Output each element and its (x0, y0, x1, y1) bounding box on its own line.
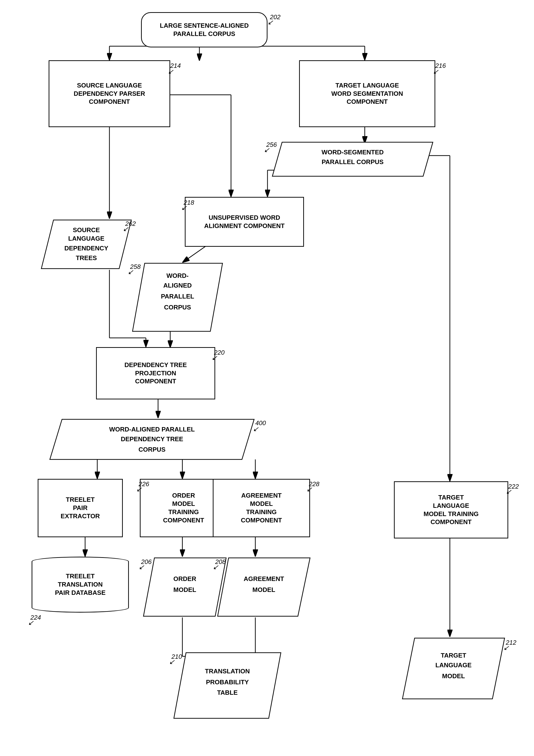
order-model-training-label: ORDER MODEL TRAINING COMPONENT (163, 492, 204, 524)
source-parser-box: SOURCE LANGUAGE DEPENDENCY PARSER COMPON… (49, 60, 170, 127)
svg-text:PROBABILITY: PROBABILITY (206, 678, 249, 686)
source-dep-trees-svg: SOURCE LANGUAGE DEPENDENCY TREES (40, 219, 132, 270)
svg-text:AGREEMENT: AGREEMENT (244, 575, 284, 582)
svg-text:SOURCE: SOURCE (73, 226, 100, 233)
word-seg-corpus-svg: WORD-SEGMENTED PARALLEL CORPUS (267, 141, 438, 177)
svg-text:WORD-SEGMENTED: WORD-SEGMENTED (322, 148, 384, 156)
svg-text:LANGUAGE: LANGUAGE (436, 662, 472, 669)
target-seg-box: TARGET LANGUAGE WORD SEGMENTATION COMPON… (299, 60, 435, 127)
agreement-model-svg: AGREEMENT MODEL (216, 557, 311, 617)
treelet-db-label: TREELET TRANSLATION PAIR DATABASE (55, 572, 105, 597)
svg-text:MODEL: MODEL (442, 672, 465, 680)
svg-text:WORD-: WORD- (167, 272, 189, 279)
treelet-db-box: TREELET TRANSLATION PAIR DATABASE (32, 557, 129, 612)
svg-line-14 (183, 246, 207, 262)
target-seg-label: TARGET LANGUAGE WORD SEGMENTATION COMPON… (331, 81, 403, 106)
svg-text:CORPUS: CORPUS (164, 304, 191, 311)
svg-text:CORPUS: CORPUS (138, 446, 165, 453)
unsupervised-align-label: UNSUPERVISED WORD ALIGNMENT COMPONENT (204, 214, 285, 230)
treelet-extractor-box: TREELET PAIR EXTRACTOR (38, 479, 123, 537)
svg-text:DEPENDENCY TREE: DEPENDENCY TREE (121, 435, 183, 443)
diagram: LARGE SENTENCE-ALIGNED PARALLEL CORPUS 2… (0, 0, 534, 756)
svg-text:TARGET: TARGET (441, 652, 466, 659)
corpus-label: LARGE SENTENCE-ALIGNED PARALLEL CORPUS (160, 22, 248, 38)
corpus-box: LARGE SENTENCE-ALIGNED PARALLEL CORPUS (141, 12, 267, 47)
dep-tree-projection-label: DEPENDENCY TREE PROJECTION COMPONENT (125, 361, 187, 386)
svg-text:ORDER: ORDER (173, 575, 196, 582)
svg-text:TRANSLATION: TRANSLATION (205, 667, 250, 675)
agreement-model-training-label: AGREEMENT MODEL TRAINING COMPONENT (241, 492, 282, 524)
target-lang-model-training-label: TARGET LANGUAGE MODEL TRAINING COMPONENT (424, 494, 479, 526)
svg-text:MODEL: MODEL (173, 586, 196, 593)
svg-text:TABLE: TABLE (217, 689, 238, 696)
treelet-extractor-label: TREELET PAIR EXTRACTOR (61, 496, 100, 520)
svg-text:LANGUAGE: LANGUAGE (68, 235, 104, 242)
svg-text:WORD-ALIGNED PARALLEL: WORD-ALIGNED PARALLEL (109, 426, 195, 433)
svg-text:DEPENDENCY: DEPENDENCY (65, 245, 108, 252)
agreement-model-training-box: AGREEMENT MODEL TRAINING COMPONENT (213, 479, 310, 537)
svg-text:PARALLEL CORPUS: PARALLEL CORPUS (322, 158, 384, 166)
svg-text:TREES: TREES (76, 254, 97, 261)
unsupervised-align-box: UNSUPERVISED WORD ALIGNMENT COMPONENT (185, 197, 304, 247)
target-lang-model-training-box: TARGET LANGUAGE MODEL TRAINING COMPONENT (394, 481, 508, 538)
translation-prob-table-svg: TRANSLATION PROBABILITY TABLE (173, 652, 282, 719)
source-parser-label: SOURCE LANGUAGE DEPENDENCY PARSER COMPON… (74, 81, 145, 106)
dep-tree-projection-box: DEPENDENCY TREE PROJECTION COMPONENT (96, 347, 215, 399)
target-lang-model-svg: TARGET LANGUAGE MODEL (401, 637, 506, 700)
word-aligned-corpus-svg: WORD- ALIGNED PARALLEL CORPUS (131, 262, 224, 333)
svg-text:ALIGNED: ALIGNED (163, 282, 192, 289)
word-aligned-dep-tree-svg: WORD-ALIGNED PARALLEL DEPENDENCY TREE CO… (49, 418, 255, 461)
svg-text:PARALLEL: PARALLEL (161, 293, 194, 300)
svg-text:MODEL: MODEL (252, 586, 275, 593)
